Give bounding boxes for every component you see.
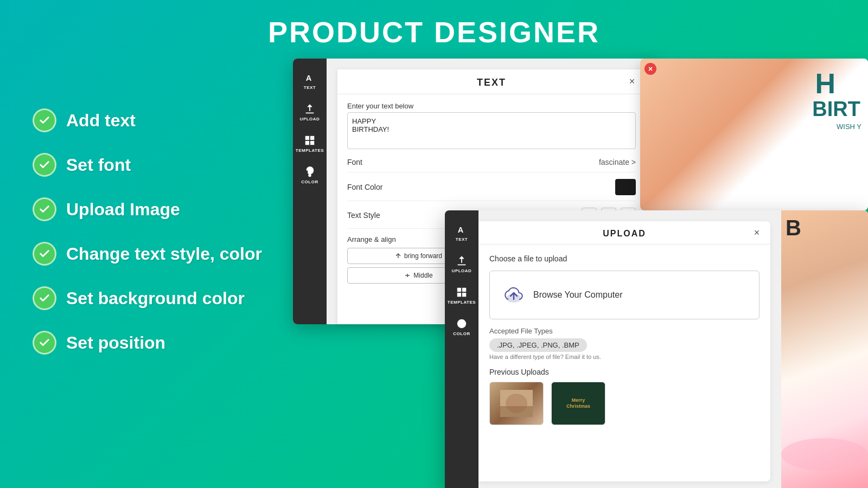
upload-dialog: UPLOAD × Choose a file to upload Browse …	[478, 221, 770, 481]
cloud-upload-icon	[502, 283, 526, 307]
upload-dialog-header: UPLOAD ×	[478, 221, 770, 245]
accepted-section: Accepted File Types .JPG, .JPEG, .PNG, .…	[489, 327, 760, 360]
svg-text:A: A	[458, 226, 464, 234]
svg-rect-10	[462, 293, 466, 297]
text-dialog-close-button[interactable]: ×	[626, 76, 638, 88]
text-dialog-header: TEXT ×	[337, 69, 646, 94]
upload-choose-label: Choose a file to upload	[489, 254, 760, 263]
text-prompt-label: Enter your text below HAPPY BIRTHDAY!	[347, 102, 636, 151]
preview-h: H	[815, 69, 835, 98]
svg-rect-1	[305, 136, 309, 140]
upload-dialog-close-button[interactable]: ×	[751, 227, 763, 239]
text-style-label: Text Style	[347, 211, 380, 220]
feature-item-change-style: Change text style, color	[33, 242, 262, 266]
sidebar-label-upload: UPLOAD	[300, 117, 320, 121]
feature-text-set-position: Set position	[66, 333, 165, 353]
font-color-row: Font Color	[347, 179, 636, 201]
prev-uploads-section: Previous Uploads MerryChristmas	[489, 368, 760, 425]
preview-strip: B	[781, 210, 868, 488]
page-title: PRODUCT DESIGNER	[0, 0, 868, 49]
sidebar-label-templates: TEMPLATES	[296, 148, 324, 153]
upload-dialog-title: UPLOAD	[603, 229, 646, 239]
svg-rect-4	[310, 141, 314, 145]
email-hint: Have a different type of file? Email it …	[489, 354, 760, 360]
preview-wish: WISH Y	[837, 123, 861, 131]
accepted-label: Accepted File Types	[489, 327, 760, 335]
font-color-swatch[interactable]	[615, 179, 636, 195]
text-input[interactable]: HAPPY BIRTHDAY!	[347, 112, 636, 149]
font-value[interactable]: fascinate >	[599, 158, 636, 166]
svg-rect-7	[457, 288, 461, 292]
sidebar-front: A TEXT UPLOAD TEMPLATES	[445, 210, 478, 488]
text-dialog-title: TEXT	[477, 77, 506, 88]
check-icon	[33, 197, 56, 221]
prev-thumb-2[interactable]: MerryChristmas	[551, 382, 605, 425]
feature-text-set-font: Set font	[66, 155, 131, 175]
feature-text-add-text: Add text	[66, 111, 136, 131]
preview-birt: BIRT	[812, 98, 860, 121]
file-types-badge: .JPG, .JPEG, .PNG, .BMP	[489, 338, 587, 352]
feature-item-set-position: Set position	[33, 331, 262, 355]
sidebar-back: A TEXT UPLOAD TEMPLATES	[293, 59, 327, 324]
prev-thumb-1[interactable]	[489, 382, 544, 425]
check-icon	[33, 108, 56, 132]
upload-dialog-body: Choose a file to upload Browse Your Comp…	[478, 245, 770, 481]
prev-uploads-grid: MerryChristmas	[489, 382, 760, 425]
svg-rect-3	[305, 141, 309, 145]
sidebar-item-upload[interactable]: UPLOAD	[293, 98, 327, 127]
feature-item-bg-color: Set background color	[33, 286, 262, 310]
sidebar-item-text[interactable]: A TEXT	[293, 66, 327, 95]
svg-rect-15	[500, 406, 533, 417]
sidebar-front-item-templates[interactable]: TEMPLATES	[445, 281, 478, 310]
browse-label: Browse Your Computer	[533, 290, 623, 300]
sidebar-label-text: TEXT	[304, 85, 316, 90]
preview-card-back: × H BIRT WISH Y	[640, 59, 868, 210]
sidebar-front-item-text[interactable]: A TEXT	[445, 218, 478, 247]
feature-text-upload-image: Upload Image	[66, 200, 180, 220]
sidebar-item-templates[interactable]: TEMPLATES	[293, 129, 327, 158]
browse-box[interactable]: Browse Your Computer	[489, 271, 760, 319]
check-icon	[33, 331, 56, 355]
font-row: Font fascinate >	[347, 158, 636, 172]
feature-text-bg-color: Set background color	[66, 288, 245, 309]
upload-window: A TEXT UPLOAD TEMPLATES	[445, 210, 868, 488]
feature-text-change-style: Change text style, color	[66, 244, 262, 264]
svg-rect-8	[462, 288, 466, 292]
check-icon	[33, 286, 56, 310]
feature-list: Add text Set font Upload Image Change te…	[33, 108, 262, 375]
check-icon	[33, 153, 56, 177]
sidebar-item-color[interactable]: COLOR	[293, 160, 327, 190]
check-icon	[33, 242, 56, 266]
svg-rect-9	[457, 293, 461, 297]
feature-item-set-font: Set font	[33, 153, 262, 177]
svg-text:A: A	[306, 74, 312, 82]
preview-strip-heart	[781, 438, 868, 471]
feature-item-upload-image: Upload Image	[33, 197, 262, 221]
preview-close-red[interactable]: ×	[644, 63, 656, 75]
svg-point-5	[309, 175, 311, 177]
thumb-2-text: MerryChristmas	[566, 397, 590, 409]
sidebar-label-color: COLOR	[301, 179, 318, 184]
prev-uploads-label: Previous Uploads	[489, 368, 760, 376]
sidebar-front-item-color[interactable]: COLOR	[445, 312, 478, 342]
sidebar-front-item-upload[interactable]: UPLOAD	[445, 249, 478, 279]
font-color-label: Font Color	[347, 183, 382, 191]
preview-strip-letter: B	[786, 216, 801, 240]
windows-area: A TEXT UPLOAD TEMPLATES	[293, 59, 868, 488]
font-label: Font	[347, 158, 362, 166]
feature-item-add-text: Add text	[33, 108, 262, 132]
svg-rect-2	[310, 136, 314, 140]
preview-area-back: × H BIRT WISH Y	[640, 59, 868, 210]
